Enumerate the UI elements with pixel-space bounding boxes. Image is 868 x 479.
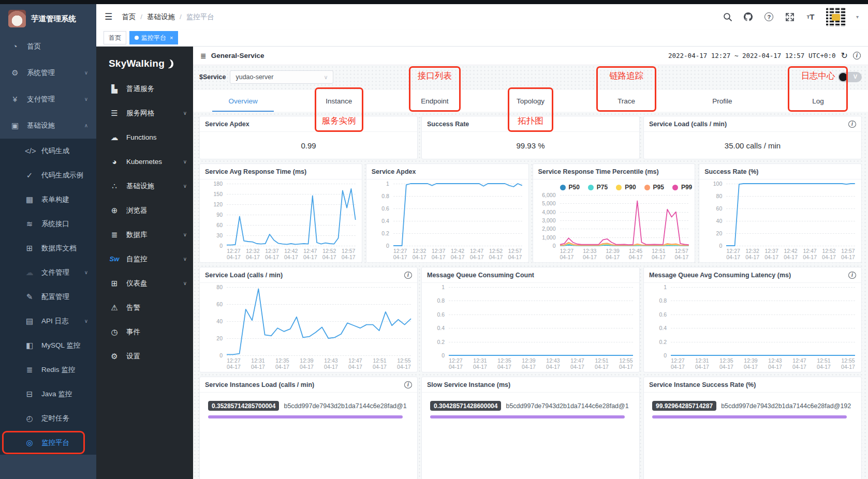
- help-icon[interactable]: ?: [764, 12, 774, 22]
- chart-plot-area: 806040200: [203, 287, 411, 355]
- sidebar-item-java-monitor[interactable]: ⊟Java 监控: [0, 382, 96, 406]
- search-icon[interactable]: [723, 12, 733, 22]
- skywalking-item-cloud[interactable]: ☁Functions: [96, 125, 193, 149]
- x-tick-date: 04-17: [719, 364, 733, 370]
- legend-item-p95[interactable]: P95: [644, 184, 664, 191]
- sidebar-item-api-log[interactable]: ▤API 日志∨: [0, 309, 96, 333]
- y-axis-tick: 60: [716, 205, 723, 212]
- sidebar-item-mysql-monitor[interactable]: ◧MySQL 监控: [0, 333, 96, 357]
- skywalking-item-dashboard-grid[interactable]: ⊞仪表盘∨: [96, 271, 193, 295]
- sidebar-item-edit[interactable]: ✎配置管理: [0, 285, 96, 309]
- x-axis-tick: 12:2704-17: [560, 248, 574, 260]
- skywalking-item-dots[interactable]: ∴基础设施∨: [96, 174, 193, 198]
- sidebar-item-sliders[interactable]: ≋系统接口: [0, 212, 96, 236]
- skywalking-item-label: Kubernetes: [126, 158, 183, 166]
- info-icon[interactable]: i: [848, 121, 856, 128]
- tag-view[interactable]: 首页: [104, 31, 126, 44]
- skywalking-item-settings-gear[interactable]: ⚙设置: [96, 344, 193, 368]
- tag-close-icon[interactable]: ×: [170, 35, 173, 41]
- tag-view[interactable]: 监控平台×: [129, 31, 178, 44]
- sidebar-item-form-build[interactable]: ▦表单构建: [0, 187, 96, 212]
- sidebar-item-redis-monitor[interactable]: ≣Redis 监控: [0, 357, 96, 382]
- breadcrumb-item[interactable]: 基础设施: [147, 12, 175, 22]
- y-axis-tick: 0: [442, 352, 445, 358]
- sidebar-item-label: Redis 监控: [41, 365, 92, 375]
- tab-log[interactable]: Log日志中心: [770, 90, 866, 112]
- info-icon[interactable]: i: [848, 272, 856, 279]
- x-tick-time: 12:52: [489, 248, 503, 254]
- x-axis: 12:2704-1712:3304-1712:3904-1712:4504-17…: [560, 246, 689, 260]
- font-size-icon[interactable]: TT: [805, 12, 816, 22]
- y-axis-tick: 1: [442, 284, 445, 290]
- sidebar-collapse-icon[interactable]: ☰: [105, 11, 112, 22]
- dashboard-main: ≣ General-Service 2022-04-17 12:27 ~ 202…: [193, 47, 868, 479]
- caret-down-icon[interactable]: ▾: [856, 14, 859, 20]
- app-root: 芋道管理系统 ◔首页⚙系统管理∨¥支付管理∨▣基础设施∧</>代码生成✓代码生成…: [0, 0, 868, 479]
- instance-row[interactable]: 99.92964285714287b5cdd997de7943d2b1da714…: [652, 401, 853, 411]
- breadcrumb-item[interactable]: 监控平台: [186, 12, 214, 22]
- skywalking-item-label: 浏览器: [126, 206, 187, 215]
- x-axis-tick: 12:4304-17: [768, 357, 782, 370]
- stat-card-title: Service Apdex: [205, 121, 249, 128]
- sidebar-item-yuan[interactable]: ¥支付管理∨: [0, 86, 96, 112]
- app-logo[interactable]: 芋道管理系统: [0, 4, 96, 33]
- info-icon[interactable]: i: [404, 272, 412, 279]
- tab-instance[interactable]: Instance服务实例: [291, 90, 387, 112]
- dashboard-icon: ◔: [10, 42, 20, 51]
- skywalking-item-database[interactable]: ≣数据库∨: [96, 222, 193, 247]
- sidebar-item-label: 系统管理: [27, 68, 84, 78]
- fullscreen-icon[interactable]: [785, 12, 795, 22]
- x-tick-time: 12:42: [451, 248, 465, 254]
- instance-row[interactable]: 0.35285714285700004b5cdd997de7943d2b1da7…: [208, 401, 409, 411]
- tab-endpoint[interactable]: Endpoint接口列表: [387, 90, 482, 112]
- y-axis-tick: 20: [216, 335, 223, 341]
- chevron-down-icon: ∨: [84, 70, 88, 76]
- breadcrumb-item[interactable]: 首页: [122, 12, 136, 22]
- legend-item-p50[interactable]: P50: [560, 184, 580, 191]
- legend-item-p75[interactable]: P75: [588, 184, 608, 191]
- chart-svg: [726, 184, 855, 246]
- plot-canvas: [560, 195, 689, 246]
- legend-item-p90[interactable]: P90: [616, 184, 636, 191]
- refresh-icon[interactable]: ↻: [841, 51, 848, 61]
- user-avatar[interactable]: [826, 7, 846, 27]
- tab-topology[interactable]: Topology拓扑图: [482, 90, 578, 112]
- github-icon[interactable]: [743, 12, 754, 22]
- skywalking-item-bar-chart[interactable]: ▙普通服务: [96, 77, 193, 101]
- x-tick-date: 04-17: [227, 364, 241, 370]
- skywalking-item-globe[interactable]: ⊕浏览器: [96, 198, 193, 222]
- sidebar-item-eye[interactable]: ◎监控平台: [0, 430, 96, 455]
- time-range[interactable]: 2022-04-17 12:27 ~ 2022-04-17 12:57 UTC+…: [668, 52, 836, 59]
- sidebar-item-schedule[interactable]: ◴定时任务: [0, 406, 96, 430]
- skywalking-item-mesh[interactable]: ☰服务网格∨: [96, 101, 193, 125]
- x-axis-tick: 12:5504-17: [619, 357, 633, 370]
- sidebar-item-code[interactable]: </>代码生成: [0, 139, 96, 163]
- skywalking-item-event-clock[interactable]: ◷事件: [96, 320, 193, 344]
- sidebar-item-shield-check[interactable]: ✓代码生成示例: [0, 163, 96, 187]
- skywalking-item-alarm[interactable]: ⚠告警: [96, 295, 193, 320]
- tab-profile[interactable]: Profile: [674, 90, 770, 112]
- chevron-up-icon: ∧: [84, 123, 88, 128]
- skywalking-item-skywalking-sw[interactable]: Sw自监控∨: [96, 247, 193, 271]
- sidebar-item-label: 数据库文档: [41, 244, 92, 253]
- version-toggle[interactable]: V: [838, 72, 862, 82]
- service-select[interactable]: yudao-server ∨: [230, 70, 333, 84]
- sidebar-item-cloud-upload[interactable]: ☁文件管理∨: [0, 260, 96, 285]
- skywalking-item-kubernetes[interactable]: ◕Kubernetes∨: [96, 149, 193, 174]
- skywalking-item-label: 仪表盘: [126, 279, 183, 288]
- sidebar-item-infrastructure[interactable]: ▣基础设施∧: [0, 112, 96, 139]
- x-axis-tick: 12:5704-17: [342, 248, 356, 260]
- legend-item-p99[interactable]: P99: [672, 184, 692, 191]
- sidebar-item-gear[interactable]: ⚙系统管理∨: [0, 59, 96, 86]
- instance-row[interactable]: 0.30428571428600004b5cdd997de7943d2b1da7…: [430, 401, 631, 411]
- sidebar-item-table[interactable]: ⊞数据库文档: [0, 236, 96, 260]
- info-icon[interactable]: i: [404, 381, 412, 388]
- tab-trace[interactable]: Trace链路追踪: [579, 90, 674, 112]
- info-icon[interactable]: i: [853, 52, 861, 59]
- sidebar-item-dashboard[interactable]: ◔首页: [0, 33, 96, 59]
- x-axis-tick: 12:3904-17: [606, 248, 620, 260]
- tab-overview[interactable]: Overview: [195, 90, 291, 112]
- chart-title: Service Load (calls / min)i: [200, 267, 417, 283]
- x-tick-date: 04-17: [803, 254, 817, 260]
- legend-dot-icon: [588, 185, 594, 190]
